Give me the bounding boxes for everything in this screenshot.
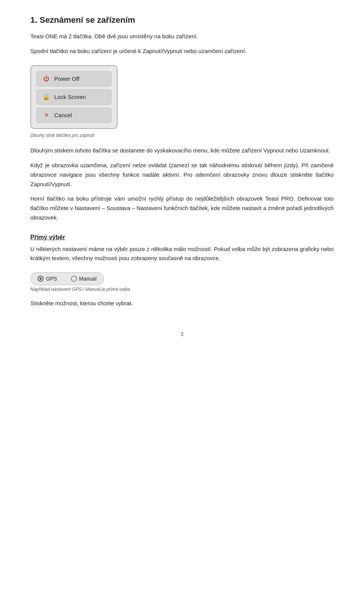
- paragraph-3: Dlouhým stiskem tohoto tlačítka se dosta…: [30, 146, 334, 155]
- manual-radio[interactable]: [71, 276, 77, 282]
- paragraph-1: Teasi ONE má 2 tlačítka. Obě dvě jsou um…: [30, 32, 334, 41]
- lock-screen-label: Lock Screen: [54, 94, 86, 100]
- paragraph-2: Spodní tlačítko na boku zařízení je urče…: [30, 47, 334, 56]
- gps-option[interactable]: GPS: [31, 274, 64, 283]
- lock-icon: 🔒: [42, 93, 50, 101]
- manual-label: Manual: [79, 276, 97, 282]
- paragraph-4: Když je obrazovka uzamčena, zařízení nel…: [30, 161, 334, 189]
- gps-label: GPS: [46, 276, 57, 282]
- paragraph-5: Horní tlačítko na boku přístroje vám umo…: [30, 194, 334, 222]
- gps-manual-selector[interactable]: GPS Manual: [30, 272, 104, 285]
- page-number: 3: [30, 331, 334, 337]
- manual-option[interactable]: Manual: [64, 274, 104, 283]
- subsection-title: Přímý výběr: [30, 234, 334, 241]
- power-icon: ⏻: [42, 75, 50, 83]
- section-heading: 1. Seznámení se zařízením: [30, 15, 334, 25]
- gps-radio[interactable]: [38, 276, 44, 282]
- cancel-label: Cancel: [54, 112, 72, 118]
- popup-menu-box: ⏻ Power Off 🔒 Lock Screen ✕ Cancel: [30, 65, 118, 129]
- cancel-button[interactable]: ✕ Cancel: [36, 108, 111, 123]
- power-off-label: Power Off: [54, 75, 79, 82]
- paragraph-7: Stiskněte možnost, kterou chcete vybrat.: [30, 299, 334, 308]
- lock-screen-button[interactable]: 🔒 Lock Screen: [36, 89, 111, 105]
- power-off-button[interactable]: ⏻ Power Off: [36, 71, 111, 86]
- gps-caption: Například nastavení GPS / Manuál je přím…: [30, 287, 334, 292]
- popup-caption: Dlouhý stisk tlačítka pro zapnutí: [30, 132, 334, 140]
- cancel-icon: ✕: [42, 111, 50, 119]
- paragraph-6: U některých nastavení máme na výběr pouz…: [30, 245, 334, 264]
